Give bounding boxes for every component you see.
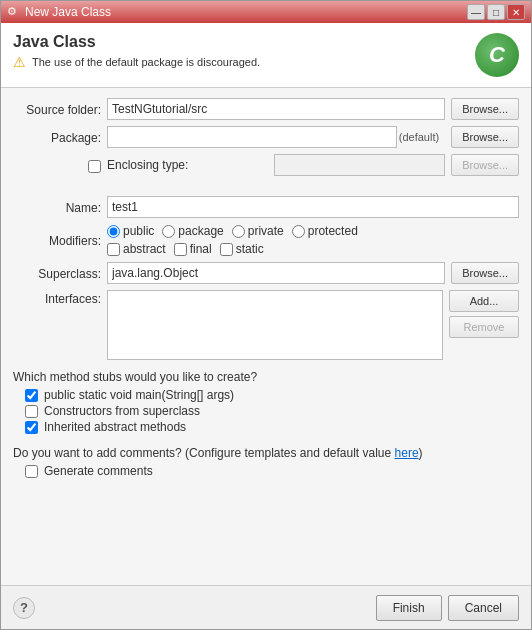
- modifier-package-radio[interactable]: [162, 225, 175, 238]
- stub1-label: public static void main(String[] args): [44, 388, 234, 402]
- modifier-protected-radio[interactable]: [292, 225, 305, 238]
- superclass-browse-button[interactable]: Browse...: [451, 262, 519, 284]
- source-folder-input[interactable]: [107, 98, 445, 120]
- comment-item: Generate comments: [25, 464, 519, 478]
- stub2-label: Constructors from superclass: [44, 404, 200, 418]
- package-default-label: (default): [399, 131, 439, 143]
- source-folder-label: Source folder:: [13, 101, 101, 117]
- stub2-checkbox[interactable]: [25, 405, 38, 418]
- modifiers-row1: public package private protected: [107, 224, 519, 238]
- maximize-button[interactable]: □: [487, 4, 505, 20]
- modifier-abstract-checkbox[interactable]: [107, 243, 120, 256]
- header-section: Java Class ⚠ The use of the default pack…: [1, 23, 531, 88]
- window-title: New Java Class: [25, 5, 111, 19]
- content-area: Java Class ⚠ The use of the default pack…: [1, 23, 531, 629]
- stub-item-3: Inherited abstract methods: [25, 420, 519, 434]
- interfaces-row: Interfaces: Add... Remove: [13, 290, 519, 360]
- comments-title-after: ): [419, 446, 423, 460]
- header-title: Java Class: [13, 33, 260, 51]
- modifiers-row: Modifiers: public package pr: [13, 224, 519, 256]
- modifier-protected-label[interactable]: protected: [292, 224, 358, 238]
- warning-icon: ⚠: [13, 55, 26, 69]
- generate-comments-checkbox[interactable]: [25, 465, 38, 478]
- eclipse-logo: C: [475, 33, 519, 77]
- bottom-right: Finish Cancel: [376, 595, 519, 621]
- modifiers-label: Modifiers:: [13, 232, 101, 248]
- interfaces-buttons: Add... Remove: [449, 290, 519, 338]
- header-warning: ⚠ The use of the default package is disc…: [13, 55, 260, 69]
- enclosing-type-input[interactable]: [274, 154, 445, 176]
- name-row: Name:: [13, 196, 519, 218]
- package-input[interactable]: [107, 126, 397, 148]
- superclass-row: Superclass: Browse...: [13, 262, 519, 284]
- name-input[interactable]: [107, 196, 519, 218]
- modifier-private-radio[interactable]: [232, 225, 245, 238]
- bottom-bar: ? Finish Cancel: [1, 585, 531, 629]
- modifier-final-checkbox[interactable]: [174, 243, 187, 256]
- close-button[interactable]: ✕: [507, 4, 525, 20]
- logo-text: C: [489, 42, 505, 68]
- package-label: Package:: [13, 129, 101, 145]
- enclosing-type-label: Enclosing type:: [107, 158, 268, 172]
- enclosing-type-row: Enclosing type: Browse...: [13, 154, 519, 176]
- stub-item-1: public static void main(String[] args): [25, 388, 519, 402]
- modifier-static-label[interactable]: static: [220, 242, 264, 256]
- stubs-section: Which method stubs would you like to cre…: [13, 370, 519, 436]
- minimize-button[interactable]: —: [467, 4, 485, 20]
- enclosing-browse-button[interactable]: Browse...: [451, 154, 519, 176]
- modifiers-container: public package private protected: [107, 224, 519, 256]
- warning-text: The use of the default package is discou…: [32, 56, 260, 68]
- help-button[interactable]: ?: [13, 597, 35, 619]
- comments-title: Do you want to add comments? (Configure …: [13, 446, 519, 460]
- stub3-checkbox[interactable]: [25, 421, 38, 434]
- remove-interface-button[interactable]: Remove: [449, 316, 519, 338]
- stub-item-2: Constructors from superclass: [25, 404, 519, 418]
- form-area: Source folder: Browse... Package: (defau…: [1, 88, 531, 585]
- modifiers-row2: abstract final static: [107, 242, 519, 256]
- superclass-label: Superclass:: [13, 265, 101, 281]
- comments-title-before: Do you want to add comments? (Configure …: [13, 446, 395, 460]
- interfaces-input[interactable]: [107, 290, 443, 360]
- enclosing-type-checkbox[interactable]: [88, 160, 101, 173]
- modifier-package-label[interactable]: package: [162, 224, 223, 238]
- generate-comments-label: Generate comments: [44, 464, 153, 478]
- header-left: Java Class ⚠ The use of the default pack…: [13, 33, 260, 69]
- stubs-title: Which method stubs would you like to cre…: [13, 370, 519, 384]
- title-bar-controls: — □ ✕: [467, 4, 525, 20]
- modifier-public-label[interactable]: public: [107, 224, 154, 238]
- add-interface-button[interactable]: Add...: [449, 290, 519, 312]
- title-bar-left: ⚙ New Java Class: [7, 5, 111, 19]
- comments-section: Do you want to add comments? (Configure …: [13, 446, 519, 478]
- modifier-static-checkbox[interactable]: [220, 243, 233, 256]
- modifier-public-radio[interactable]: [107, 225, 120, 238]
- stub1-checkbox[interactable]: [25, 389, 38, 402]
- modifier-private-label[interactable]: private: [232, 224, 284, 238]
- modifier-abstract-label[interactable]: abstract: [107, 242, 166, 256]
- comments-here-link[interactable]: here: [395, 446, 419, 460]
- window-icon: ⚙: [7, 5, 21, 19]
- package-browse-button[interactable]: Browse...: [451, 126, 519, 148]
- source-folder-browse-button[interactable]: Browse...: [451, 98, 519, 120]
- package-row: Package: (default) Browse...: [13, 126, 519, 148]
- main-window: ⚙ New Java Class — □ ✕ Java Class ⚠ The …: [0, 0, 532, 630]
- cancel-button[interactable]: Cancel: [448, 595, 519, 621]
- source-folder-row: Source folder: Browse...: [13, 98, 519, 120]
- name-label: Name:: [13, 199, 101, 215]
- superclass-input[interactable]: [107, 262, 445, 284]
- title-bar: ⚙ New Java Class — □ ✕: [1, 1, 531, 23]
- interfaces-label: Interfaces:: [13, 290, 101, 306]
- stub3-label: Inherited abstract methods: [44, 420, 186, 434]
- bottom-left: ?: [13, 597, 35, 619]
- finish-button[interactable]: Finish: [376, 595, 442, 621]
- modifier-final-label[interactable]: final: [174, 242, 212, 256]
